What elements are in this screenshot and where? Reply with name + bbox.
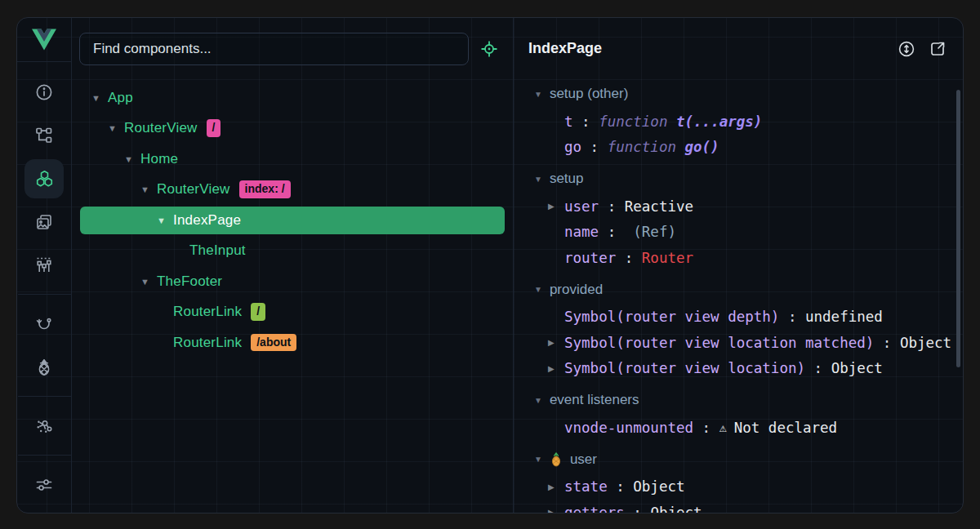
sidebar-item-timeline[interactable] <box>24 246 64 285</box>
inspector-header: IndexPage <box>514 18 963 79</box>
section-label: provided <box>550 282 603 298</box>
expander-icon[interactable]: ▼ <box>91 93 108 103</box>
inspector-panel: IndexPage ▼setup (other) <box>513 18 963 513</box>
expand-icon[interactable]: ▶ <box>548 364 564 373</box>
sidebar-item-hierarchy[interactable] <box>24 116 64 155</box>
component-name: IndexPage <box>173 212 241 229</box>
key-value-separator: : <box>581 139 608 155</box>
open-in-editor-button[interactable] <box>925 37 950 61</box>
expander-icon[interactable]: ▼ <box>108 123 124 133</box>
state-row-state[interactable]: ▶state : Object <box>534 474 963 500</box>
section-label: setup (other) <box>550 86 628 102</box>
open-in-editor-icon <box>928 39 947 59</box>
tree-item-indexpage[interactable]: ▼IndexPage <box>80 207 505 234</box>
route-badge: / <box>207 119 221 137</box>
section-header-provided[interactable]: ▼provided <box>534 275 963 305</box>
state-value: Not declared <box>734 420 837 436</box>
tree-item-app[interactable]: ▼App <box>80 84 505 112</box>
sidebar-item-components[interactable] <box>24 159 64 198</box>
sidebar-divider <box>18 396 71 397</box>
section-header-setup[interactable]: ▼setup <box>534 164 963 193</box>
state-row-t[interactable]: t : function t(...args) <box>534 109 963 135</box>
tree-item-home[interactable]: ▼Home <box>80 145 505 173</box>
component-name: RouterLink <box>173 304 242 320</box>
sidebar-item-settings[interactable] <box>24 465 64 505</box>
tree-item-theinput[interactable]: TheInput <box>80 237 505 264</box>
state-value: function <box>599 113 676 130</box>
component-name: RouterView <box>157 181 230 198</box>
collapse-icon[interactable]: ▼ <box>534 396 542 405</box>
state-value: Object <box>633 478 684 495</box>
expand-icon[interactable]: ▶ <box>548 338 564 347</box>
key-value-separator: : <box>608 478 634 495</box>
tree-item-routerview[interactable]: ▼RouterView/ <box>80 114 505 142</box>
expand-icon[interactable]: ▶ <box>548 482 564 491</box>
state-row-user[interactable]: ▶user : Reactive <box>534 193 963 220</box>
expander-icon[interactable]: ▼ <box>157 216 173 225</box>
tree-item-thefooter[interactable]: ▼TheFooter <box>80 268 505 296</box>
locate-component-button[interactable] <box>475 35 503 63</box>
key-value-separator: : <box>573 113 599 130</box>
route-badge: / <box>251 303 265 321</box>
search-input[interactable] <box>91 40 457 58</box>
expander-icon[interactable]: ▼ <box>140 277 157 287</box>
expand-icon[interactable]: ▶ <box>548 202 564 211</box>
expander-icon[interactable]: ▼ <box>124 154 140 164</box>
state-key: user <box>564 198 599 215</box>
expand-icon[interactable]: ▶ <box>548 508 564 513</box>
component-name: App <box>108 90 133 106</box>
state-row-symbol-router-view-depth[interactable]: Symbol(router view depth) : undefined <box>534 305 963 331</box>
sidebar <box>17 18 72 513</box>
state-value: Object <box>900 335 951 351</box>
state-row-go[interactable]: go : function go() <box>534 135 963 161</box>
tree-toolbar <box>72 18 513 79</box>
tree-item-routerlink[interactable]: RouterLink/ <box>80 298 505 326</box>
inspector-section-setup: ▼setup▶user : Reactivename : (Ref)router… <box>534 164 963 271</box>
tree-item-routerlink[interactable]: RouterLink/about <box>80 329 505 357</box>
expander-icon[interactable]: ▼ <box>140 184 157 194</box>
state-key: Symbol(router view location matched) <box>564 335 874 351</box>
search-box[interactable] <box>79 33 469 65</box>
scrollbar[interactable] <box>956 90 960 367</box>
inspector-title: IndexPage <box>528 40 602 57</box>
collapse-icon[interactable]: ▼ <box>534 90 542 99</box>
section-label: user <box>570 451 597 468</box>
section-label: setup <box>550 171 584 187</box>
state-row-getters[interactable]: ▶getters : Object <box>534 500 963 513</box>
sidebar-item-hooks[interactable] <box>24 305 64 344</box>
key-value-separator: : <box>693 420 719 436</box>
section-header-user[interactable]: ▼user <box>534 445 963 474</box>
state-value: undefined <box>805 309 883 325</box>
section-header-event-listeners[interactable]: ▼event listeners <box>534 385 963 415</box>
key-value-separator: : <box>874 335 900 351</box>
state-row-name[interactable]: name : (Ref) <box>534 220 963 246</box>
state-key: router <box>564 250 616 266</box>
collapse-icon[interactable]: ▼ <box>534 455 542 464</box>
state-row-vnode-unmounted[interactable]: vnode-unmounted : ⚠ Not declared <box>534 415 963 441</box>
component-name: Home <box>140 151 178 167</box>
expand-all-button[interactable] <box>894 37 919 61</box>
sidebar-item-graph[interactable] <box>24 407 64 446</box>
sidebar-divider <box>18 455 71 456</box>
collapse-icon[interactable]: ▼ <box>534 175 542 184</box>
collapse-icon[interactable]: ▼ <box>534 285 542 294</box>
state-row-symbol-router-view-location-matched[interactable]: ▶Symbol(router view location matched) : … <box>534 330 963 356</box>
target-icon <box>479 39 499 59</box>
sidebar-item-assets[interactable] <box>24 202 64 242</box>
vue-devtools-window: ▼App▼RouterView/▼Home▼RouterViewindex: /… <box>16 17 964 513</box>
key-value-separator: : <box>599 224 625 240</box>
sidebar-item-info[interactable] <box>24 73 64 112</box>
state-key: t <box>564 113 573 130</box>
state-row-router[interactable]: router : Router <box>534 245 963 271</box>
vue-logo <box>17 18 71 62</box>
state-value: t(...args) <box>676 113 762 130</box>
state-row-symbol-router-view-location[interactable]: ▶Symbol(router view location) : Object <box>534 356 963 382</box>
sidebar-item-pinia[interactable] <box>24 348 64 387</box>
component-tree-panel: ▼App▼RouterView/▼Home▼RouterViewindex: /… <box>72 18 513 513</box>
section-header-setup-other[interactable]: ▼setup (other) <box>534 79 963 109</box>
component-name: TheInput <box>189 242 246 259</box>
tree-item-routerview[interactable]: ▼RouterViewindex: / <box>80 176 505 203</box>
control-knobs-icon <box>34 256 54 275</box>
state-key: name <box>564 224 599 240</box>
state-value: function <box>608 139 685 155</box>
